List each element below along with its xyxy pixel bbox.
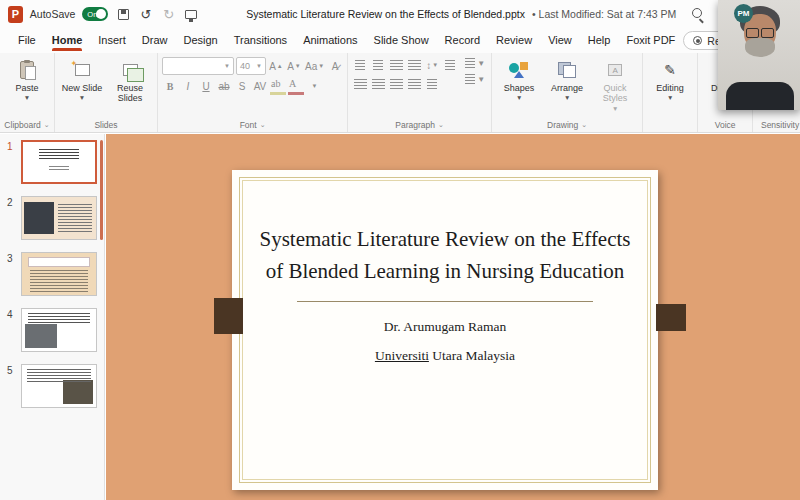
tab-view[interactable]: View: [540, 30, 580, 51]
clipboard-group: Paste ▼ Clipboard⌄: [0, 53, 55, 132]
slideshow-from-start-icon[interactable]: [184, 5, 200, 23]
bullets-button[interactable]: [352, 57, 368, 73]
webcam-video-overlay[interactable]: [718, 0, 800, 110]
left-accent-bar: [214, 298, 243, 334]
reuse-slides-button[interactable]: Reuse Slides: [107, 56, 153, 105]
save-icon[interactable]: [115, 5, 131, 23]
slide-thumbnail-panel: 1 2 3 4 5: [0, 134, 105, 500]
font-color-button[interactable]: A: [288, 78, 304, 94]
ribbon: Paste ▼ Clipboard⌄ New Slide ▼ Reuse Sli…: [0, 53, 800, 133]
text-direction-button[interactable]: [442, 57, 458, 73]
slide-number: 3: [7, 252, 16, 296]
person-shoulders: [726, 82, 794, 110]
person-beard: [745, 38, 775, 57]
tab-help[interactable]: Help: [580, 30, 619, 51]
increase-indent-button[interactable]: [406, 57, 422, 73]
thumbnail-scrollbar[interactable]: [100, 140, 103, 240]
chevron-down-icon[interactable]: ▼: [306, 78, 322, 94]
account-avatar[interactable]: PM: [734, 4, 753, 23]
undo-icon[interactable]: ↺: [138, 5, 154, 23]
editing-group: ✎ Editing ▼: [643, 53, 698, 132]
align-left-button[interactable]: [352, 76, 368, 92]
slides-group-label: Slides: [94, 120, 117, 130]
slide-title[interactable]: Systematic Literature Review on the Effe…: [251, 224, 639, 287]
search-icon[interactable]: [690, 5, 706, 23]
dialog-launcher-icon[interactable]: ⌄: [260, 121, 266, 129]
line-spacing-button[interactable]: ↕▼: [424, 57, 440, 73]
change-case-button[interactable]: Aa▼: [304, 58, 325, 74]
dialog-launcher-icon[interactable]: ⌄: [44, 121, 50, 129]
decrease-font-size-button[interactable]: A▼: [286, 58, 302, 74]
slides-group: New Slide ▼ Reuse Slides Slides: [55, 53, 158, 132]
autosave-toggle[interactable]: On: [82, 7, 108, 21]
ribbon-tab-bar: File Home Insert Draw Design Transitions…: [0, 28, 800, 53]
slide-number: 4: [7, 308, 16, 352]
slide-thumbnail-image[interactable]: [21, 364, 97, 408]
dialog-launcher-icon[interactable]: ⌄: [581, 121, 587, 129]
increase-font-size-button[interactable]: A▲: [268, 58, 284, 74]
drawing-group: Shapes ▼ Arrange ▼ A Quick Styles ▼ Draw…: [492, 53, 643, 132]
tab-draw[interactable]: Draw: [134, 30, 176, 51]
slide-canvas: Systematic Literature Review on the Effe…: [106, 134, 800, 500]
tab-record[interactable]: Record: [437, 30, 488, 51]
tab-insert[interactable]: Insert: [90, 30, 134, 51]
decrease-indent-button[interactable]: [388, 57, 404, 73]
tab-file[interactable]: File: [10, 30, 44, 51]
drawing-group-label: Drawing: [547, 120, 578, 130]
slide-thumbnail-5[interactable]: 5: [0, 358, 104, 414]
tab-foxit-pdf[interactable]: Foxit PDF: [618, 30, 683, 51]
chevron-down-icon: ▼: [79, 95, 85, 102]
slide-thumbnail-4[interactable]: 4: [0, 302, 104, 358]
redo-icon[interactable]: ↻: [161, 5, 177, 23]
strikethrough-button[interactable]: ab: [216, 78, 232, 94]
slide-number: 2: [7, 196, 16, 240]
tab-design[interactable]: Design: [175, 30, 225, 51]
new-slide-button[interactable]: New Slide ▼: [59, 56, 105, 103]
align-right-button[interactable]: [388, 76, 404, 92]
shapes-button[interactable]: Shapes ▼: [496, 56, 542, 103]
justify-button[interactable]: [406, 76, 422, 92]
numbering-button[interactable]: [370, 57, 386, 73]
convert-to-smartart-button[interactable]: ▼: [463, 72, 487, 86]
slide-number: 5: [7, 364, 16, 408]
tab-review[interactable]: Review: [488, 30, 540, 51]
person-glasses: [745, 28, 775, 37]
character-spacing-button[interactable]: AV: [252, 78, 268, 94]
tab-home[interactable]: Home: [44, 30, 91, 51]
arrange-button[interactable]: Arrange ▼: [544, 56, 590, 103]
paste-button[interactable]: Paste ▼: [4, 56, 50, 103]
tab-transitions[interactable]: Transitions: [226, 30, 295, 51]
slide-author[interactable]: Dr. Arumugam Raman: [232, 319, 658, 335]
slide-thumbnail-image[interactable]: [21, 196, 97, 240]
slide-thumbnail-image[interactable]: [21, 252, 97, 296]
font-name-combobox[interactable]: ▼: [162, 57, 234, 75]
columns-button[interactable]: [424, 76, 440, 92]
slide-thumbnail-image[interactable]: [21, 308, 97, 352]
bold-button[interactable]: B: [162, 78, 178, 94]
font-size-combobox[interactable]: 40▼: [236, 57, 266, 75]
dialog-launcher-icon[interactable]: ⌄: [438, 121, 444, 129]
slide-thumbnail-2[interactable]: 2: [0, 190, 104, 246]
tab-animations[interactable]: Animations: [295, 30, 365, 51]
underline-button[interactable]: U: [198, 78, 214, 94]
shapes-icon: [509, 62, 529, 78]
quick-styles-button[interactable]: A Quick Styles ▼: [592, 56, 638, 113]
slide-thumbnail-3[interactable]: 3: [0, 246, 104, 302]
new-slide-icon: [75, 64, 90, 76]
document-title: Systematic Literature Review on the Effe…: [246, 8, 525, 20]
highlight-color-button[interactable]: ab: [270, 78, 286, 94]
paragraph-group: ↕▼ ▼ ▼ Paragraph⌄: [348, 53, 492, 132]
editing-button[interactable]: ✎ Editing ▼: [647, 56, 693, 103]
text-shadow-button[interactable]: S: [234, 78, 250, 94]
tab-slide-show[interactable]: Slide Show: [366, 30, 437, 51]
current-slide[interactable]: Systematic Literature Review on the Effe…: [232, 170, 658, 490]
title-divider-line: [297, 301, 593, 302]
clear-formatting-button[interactable]: A̷: [327, 58, 343, 74]
italic-button[interactable]: I: [180, 78, 196, 94]
workspace: 1 2 3 4 5 Systematic Literature Review o…: [0, 134, 800, 500]
align-text-button[interactable]: ▼: [463, 56, 487, 70]
slide-institution[interactable]: Universiti Utara Malaysia: [232, 348, 658, 364]
slide-thumbnail-1[interactable]: 1: [0, 134, 104, 190]
slide-thumbnail-image[interactable]: [21, 140, 97, 184]
align-center-button[interactable]: [370, 76, 386, 92]
